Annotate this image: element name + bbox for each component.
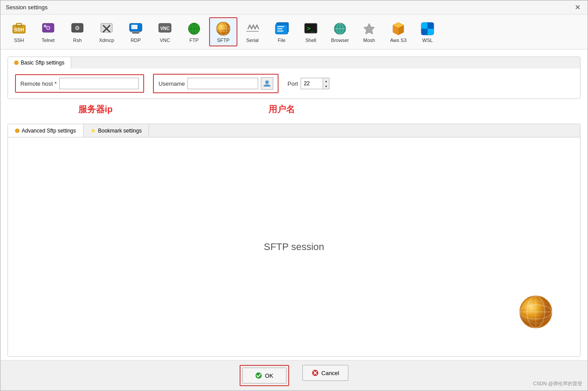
ftp-label: FTP (190, 38, 199, 43)
server-ip-annotation: 服务器ip (78, 103, 113, 115)
protocol-rsh[interactable]: ⚙ Rsh (63, 18, 92, 46)
ok-check-icon (255, 372, 262, 379)
protocol-xdmcp[interactable]: Xdmcp (92, 18, 121, 46)
svg-rect-29 (277, 28, 283, 30)
username-group: Username (153, 74, 279, 93)
ok-button-wrap: OK (240, 365, 289, 386)
svg-point-42 (265, 80, 269, 84)
protocol-browser[interactable]: Browser (326, 18, 354, 46)
protocol-rdp[interactable]: RDP (122, 18, 150, 46)
svg-rect-41 (428, 29, 434, 35)
svg-rect-40 (421, 29, 428, 35)
port-label: Port (287, 80, 298, 87)
protocol-vnc[interactable]: VNC VNC (151, 18, 179, 46)
svg-text:⚙: ⚙ (75, 25, 80, 31)
username-input[interactable] (187, 78, 258, 89)
ssh-icon: SSH (11, 21, 27, 37)
awss3-label: Aws S3 (390, 38, 406, 43)
globe-decoration (518, 294, 554, 330)
advanced-sftp-tab[interactable]: Advanced Sftp settings (8, 124, 84, 137)
remote-host-input[interactable] (59, 78, 139, 89)
remote-host-group: Remote host * (15, 74, 144, 93)
mosh-label: Mosh (363, 38, 375, 43)
port-input[interactable] (301, 78, 323, 89)
xdmcp-icon (99, 21, 115, 37)
rdp-label: RDP (130, 38, 141, 43)
basic-tab-dot (14, 61, 19, 65)
basic-settings-box: Basic Sftp settings Remote host * Userna… (8, 57, 580, 99)
telnet-icon (40, 21, 56, 37)
protocol-ssh[interactable]: SSH SSH (5, 18, 33, 46)
file-label: File (278, 38, 286, 43)
browser-label: Browser (331, 38, 349, 43)
svg-point-5 (46, 26, 50, 30)
awss3-icon (390, 21, 406, 37)
svg-rect-13 (130, 31, 141, 32)
username-annotation: 用户名 (268, 103, 295, 115)
ok-label: OK (265, 372, 273, 379)
shell-icon: >_ (303, 21, 319, 37)
protocol-file[interactable]: File (267, 18, 296, 46)
rsh-icon: ⚙ (69, 21, 85, 37)
cancel-icon (312, 369, 319, 376)
close-button[interactable]: ✕ (573, 4, 582, 11)
sftp-label: SFTP (217, 38, 229, 43)
svg-text:VNC: VNC (160, 26, 169, 31)
xdmcp-label: Xdmcp (99, 38, 114, 43)
annotation-row: 服务器ip 用户名 (8, 103, 580, 119)
svg-rect-14 (131, 25, 137, 29)
port-spinner: ▲ ▼ (323, 78, 329, 89)
rdp-icon (128, 21, 144, 37)
bookmark-settings-tab[interactable]: ★ Bookmark settings (84, 124, 149, 137)
basic-tab-row: Basic Sftp settings (8, 57, 580, 68)
protocol-serial[interactable]: Serial (238, 18, 267, 46)
advanced-settings-box: Advanced Sftp settings ★ Bookmark settin… (8, 124, 580, 357)
svg-rect-12 (132, 32, 139, 34)
basic-settings-content: Remote host * Username Port (8, 68, 580, 99)
username-picker-button[interactable] (261, 77, 273, 90)
protocol-ftp[interactable]: FTP (180, 18, 208, 46)
browser-icon (332, 21, 348, 37)
advanced-tab-row: Advanced Sftp settings ★ Bookmark settin… (8, 124, 580, 137)
ssh-label: SSH (14, 38, 24, 43)
svg-rect-30 (277, 30, 283, 32)
port-decrement-button[interactable]: ▼ (323, 84, 329, 89)
rsh-label: Rsh (73, 38, 82, 43)
protocol-wsl[interactable]: WSL (413, 18, 442, 46)
large-globe-icon (518, 294, 554, 330)
title-bar: Session settings ✕ (0, 0, 588, 15)
footer: OK Cancel (0, 360, 588, 391)
advanced-content-area: SFTP session (8, 137, 580, 356)
advanced-tab-label: Advanced Sftp settings (22, 128, 76, 134)
advanced-tab-dot (15, 129, 19, 133)
cancel-label: Cancel (321, 370, 339, 376)
cancel-button[interactable]: Cancel (302, 365, 348, 381)
port-group: Port ▲ ▼ (287, 78, 329, 89)
vnc-label: VNC (160, 38, 170, 43)
ok-button[interactable]: OK (242, 368, 286, 383)
dialog-title: Session settings (6, 4, 48, 11)
svg-point-4 (44, 25, 46, 27)
ftp-icon (186, 21, 202, 37)
protocol-awss3[interactable]: Aws S3 (384, 18, 412, 46)
serial-label: Serial (246, 38, 259, 43)
svg-text:SSH: SSH (14, 27, 24, 32)
main-content: Basic Sftp settings Remote host * Userna… (0, 49, 588, 360)
basic-sftp-tab[interactable]: Basic Sftp settings (8, 57, 71, 69)
protocol-bar: SSH SSH Telnet ⚙ Rsh Xdmcp R (0, 15, 588, 49)
user-icon (263, 80, 271, 87)
protocol-telnet[interactable]: Telnet (34, 18, 62, 46)
shell-label: Shell (305, 38, 316, 43)
watermark: CSDN @弹伦琴的雷登 (533, 380, 582, 387)
port-increment-button[interactable]: ▲ (323, 78, 329, 84)
protocol-sftp[interactable]: SFTP (209, 17, 237, 46)
serial-icon (244, 21, 260, 37)
file-icon (274, 21, 290, 37)
basic-tab-label: Basic Sftp settings (21, 60, 65, 66)
svg-rect-39 (428, 23, 434, 29)
port-input-wrap: ▲ ▼ (301, 78, 329, 89)
bookmark-tab-label: Bookmark settings (98, 128, 142, 134)
wsl-icon (420, 21, 435, 37)
protocol-shell[interactable]: >_ Shell (297, 18, 325, 46)
protocol-mosh[interactable]: Mosh (355, 18, 383, 46)
